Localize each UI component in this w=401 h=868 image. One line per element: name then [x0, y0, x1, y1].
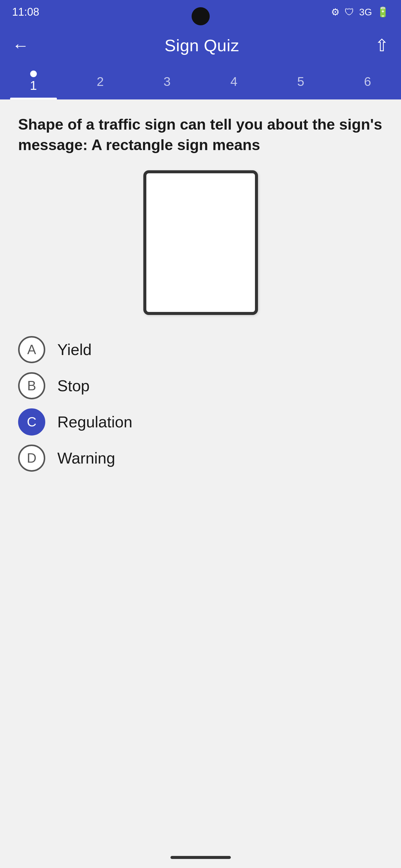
tab-bar: 1 2 3 4 5 6 — [0, 66, 401, 99]
tab-dot-1 — [30, 70, 37, 77]
tab-1-label: 1 — [30, 79, 37, 93]
battery-icon: 🔋 — [377, 6, 389, 18]
tab-6[interactable]: 6 — [334, 66, 401, 99]
back-button[interactable]: ← — [12, 36, 29, 55]
nav-bar — [0, 847, 401, 868]
app-bar-title: Sign Quiz — [165, 36, 239, 55]
tab-2-label: 2 — [97, 74, 104, 89]
option-b-id: B — [27, 378, 36, 393]
tab-5[interactable]: 5 — [267, 66, 334, 99]
option-d-label: Warning — [57, 449, 115, 467]
option-d-id: D — [27, 451, 36, 466]
tab-2[interactable]: 2 — [67, 66, 134, 99]
nav-indicator — [170, 856, 231, 859]
tab-1[interactable]: 1 — [0, 66, 67, 99]
main-content: Shape of a traffic sign can tell you abo… — [0, 99, 401, 487]
tab-3[interactable]: 3 — [134, 66, 201, 99]
status-time: 11:08 — [12, 6, 39, 19]
tab-3-label: 3 — [164, 74, 170, 89]
rectangle-sign — [143, 170, 258, 315]
option-a[interactable]: A Yield — [18, 336, 383, 363]
option-b-circle: B — [18, 372, 45, 399]
option-c[interactable]: C Regulation — [18, 408, 383, 435]
tab-4[interactable]: 4 — [201, 66, 268, 99]
option-c-circle: C — [18, 408, 45, 435]
tab-5-label: 5 — [297, 74, 304, 89]
option-d-circle: D — [18, 444, 45, 472]
option-b[interactable]: B Stop — [18, 372, 383, 399]
options-list: A Yield B Stop C Regulation D Warning — [18, 336, 383, 472]
tab-4-label: 4 — [231, 74, 237, 89]
camera-dot — [192, 7, 210, 25]
settings-icon: ⚙ — [331, 6, 340, 18]
status-icons: ⚙ 🛡 3G 🔋 — [331, 6, 389, 18]
shield-icon: 🛡 — [345, 7, 354, 18]
option-a-label: Yield — [57, 341, 92, 359]
option-c-label: Regulation — [57, 413, 133, 431]
tab-6-label: 6 — [364, 74, 371, 89]
option-a-id: A — [27, 342, 36, 357]
signal-icon: 3G — [359, 7, 372, 18]
option-d[interactable]: D Warning — [18, 444, 383, 472]
option-a-circle: A — [18, 336, 45, 363]
app-bar: ← Sign Quiz ⇧ — [0, 24, 401, 66]
option-b-label: Stop — [57, 377, 90, 395]
option-c-id: C — [27, 414, 36, 430]
question-text: Shape of a traffic sign can tell you abo… — [18, 115, 383, 155]
upload-button[interactable]: ⇧ — [375, 36, 389, 55]
sign-image-container — [18, 170, 383, 315]
